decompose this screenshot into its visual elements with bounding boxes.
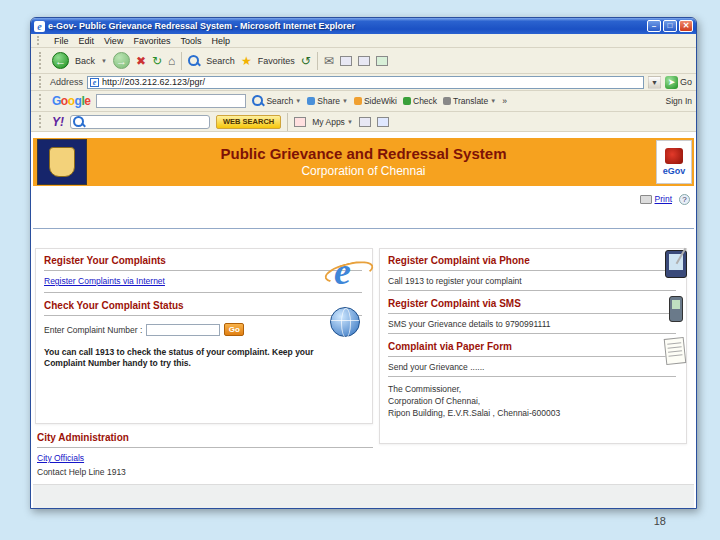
help-icon[interactable]: ?: [679, 194, 690, 205]
complaint-number-input[interactable]: [146, 324, 220, 336]
window-title: e-Gov- Public Grievance Redressal System…: [48, 21, 644, 31]
google-translate-button[interactable]: Translate ▼: [443, 96, 496, 106]
yahoo-separator: [287, 113, 288, 131]
google-toolbar: Google Search ▼ Share ▼ SideWiki Check: [31, 91, 696, 112]
forward-button[interactable]: →: [113, 52, 130, 69]
print-link[interactable]: Print: [655, 194, 672, 204]
yahoo-search-input[interactable]: [87, 117, 207, 127]
page-header: Public Grievance and Redressal System Co…: [33, 138, 694, 186]
home-icon[interactable]: ⌂: [168, 55, 175, 67]
divider: [388, 333, 676, 334]
address-bar: Address e ▼ ➤ Go: [31, 74, 696, 91]
presentation-slide: e e-Gov- Public Grievance Redressal Syst…: [0, 0, 720, 540]
share-icon: [307, 97, 315, 105]
google-search-input[interactable]: [97, 95, 245, 107]
address-dropdown-icon[interactable]: ▼: [648, 76, 661, 89]
go-button[interactable]: ➤ Go: [665, 76, 692, 89]
toolbar-grip: [39, 52, 42, 70]
back-button[interactable]: ←: [52, 52, 69, 69]
divider: [388, 290, 676, 291]
print-action[interactable]: Print: [640, 194, 672, 204]
refresh-icon[interactable]: ↻: [152, 55, 162, 67]
google-letter: o: [68, 94, 75, 108]
google-check-button[interactable]: Check: [403, 96, 437, 106]
complaint-go-button[interactable]: Go: [224, 323, 244, 336]
address-line: Corporation Of Chennai,: [388, 395, 560, 407]
google-signin-button[interactable]: Sign In: [666, 96, 692, 106]
history-icon[interactable]: ↺: [301, 55, 311, 67]
menu-file[interactable]: File: [54, 36, 69, 46]
help-line-text: Contact Help Line 1913: [37, 467, 361, 477]
messenger-icon[interactable]: [376, 56, 388, 66]
menu-favorites[interactable]: Favorites: [133, 36, 170, 46]
yahoo-my-apps-label: My Apps: [312, 117, 345, 127]
google-signin-label: Sign In: [666, 96, 692, 106]
toolbar-separator: [181, 52, 182, 70]
address-field-wrap: e: [87, 76, 644, 89]
address-input[interactable]: [102, 77, 641, 87]
address-grip: [39, 76, 42, 87]
egov-label: eGov: [663, 166, 686, 176]
city-officials-link[interactable]: City Officials: [37, 453, 84, 463]
edit-tool-icon[interactable]: [358, 56, 370, 66]
search-icon[interactable]: [188, 55, 200, 67]
page-toolbar-row: Print ?: [33, 194, 694, 208]
google-sidewiki-label: SideWiki: [364, 96, 397, 106]
menu-bar: File Edit View Favorites Tools Help: [31, 34, 696, 48]
google-share-button[interactable]: Share ▼: [307, 96, 348, 106]
title-bar[interactable]: e e-Gov- Public Grievance Redressal Syst…: [31, 18, 696, 34]
divider: [388, 313, 676, 314]
divider: [44, 315, 362, 316]
yahoo-extra-icon[interactable]: [377, 117, 389, 127]
mobile-phone-icon: [669, 296, 683, 322]
menu-edit[interactable]: Edit: [79, 36, 95, 46]
page-footer: [33, 484, 694, 508]
print-tool-icon[interactable]: [340, 56, 352, 66]
browser-window: e e-Gov- Public Grievance Redressal Syst…: [30, 17, 697, 509]
maximize-button[interactable]: □: [663, 20, 677, 32]
favorites-icon[interactable]: ★: [241, 54, 252, 68]
chennai-corporation-logo: [37, 139, 87, 185]
divider: [388, 376, 676, 377]
yahoo-search-box: [70, 115, 210, 129]
google-sidewiki-button[interactable]: SideWiki: [354, 96, 397, 106]
google-letter: G: [52, 94, 61, 108]
register-complaints-panel: Register Your Complaints Register Compla…: [35, 248, 373, 424]
divider: [44, 292, 362, 293]
paper-text: Send your Grievance ......: [388, 362, 674, 372]
menu-help[interactable]: Help: [211, 36, 230, 46]
menu-tools[interactable]: Tools: [180, 36, 201, 46]
google-search-button[interactable]: Search ▼: [252, 95, 301, 107]
corporation-emblem-icon: [49, 147, 75, 177]
caret-down-icon: ▼: [490, 98, 496, 104]
menu-view[interactable]: View: [104, 36, 123, 46]
yahoo-web-search-button[interactable]: WEB SEARCH: [216, 115, 281, 129]
google-translate-label: Translate: [453, 96, 488, 106]
menu-grip: [37, 36, 40, 45]
google-letter: e: [84, 94, 90, 108]
yahoo-logo[interactable]: Y!: [52, 115, 64, 129]
google-overflow-chevron[interactable]: »: [502, 96, 507, 106]
google-search-label: Search: [266, 96, 293, 106]
page-title: Public Grievance and Redressal System: [33, 138, 694, 162]
globe-icon: [330, 307, 360, 337]
mail-icon[interactable]: ✉: [324, 55, 334, 67]
divider: [37, 447, 373, 448]
stop-icon[interactable]: ✖: [136, 55, 146, 67]
minimize-button[interactable]: –: [647, 20, 661, 32]
yahoo-extra-icon[interactable]: [359, 117, 371, 127]
internet-explorer-icon: e: [326, 247, 370, 293]
close-button[interactable]: ✕: [679, 20, 693, 32]
back-caret-icon[interactable]: ▼: [101, 58, 107, 64]
header-divider: [33, 228, 694, 229]
yahoo-alerts-icon[interactable]: [294, 117, 306, 127]
other-channels-panel: Register Complaint via Phone Call 1913 t…: [379, 248, 687, 444]
yahoo-my-apps-button[interactable]: My Apps ▼: [312, 117, 353, 127]
caret-down-icon: ▼: [295, 98, 301, 104]
paper-form-icon: [664, 337, 687, 365]
register-internet-link[interactable]: Register Complaints via Internet: [44, 276, 165, 286]
complaint-number-label: Enter Complaint Number :: [44, 325, 142, 335]
yahoo-toolbar: Y! WEB SEARCH My Apps ▼: [31, 112, 696, 132]
yahoo-search-icon: [73, 116, 85, 128]
address-line: Ripon Building, E.V.R.Salai , Chennai-60…: [388, 407, 560, 419]
